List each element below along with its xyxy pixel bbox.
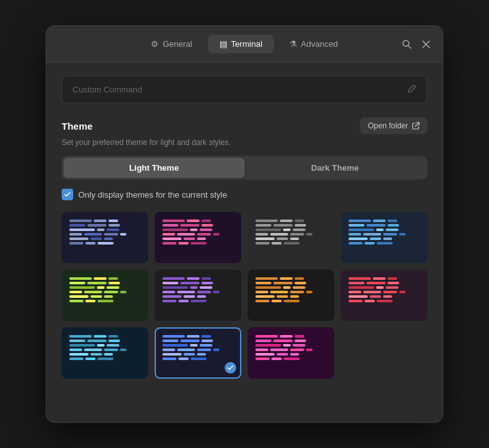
preview-segment	[295, 277, 304, 280]
preview-row	[69, 242, 141, 245]
filter-checkbox[interactable]	[62, 189, 73, 200]
close-icon	[422, 40, 430, 48]
preview-segment	[107, 286, 119, 289]
theme-card-11[interactable]	[248, 327, 334, 379]
preview-segment	[284, 358, 300, 360]
preview-row	[162, 286, 234, 289]
preview-segment	[187, 335, 200, 338]
preview-segment	[295, 224, 306, 227]
preview-row	[255, 237, 327, 240]
preview-segment	[376, 228, 384, 231]
preview-segment	[184, 237, 195, 240]
preview-row	[348, 237, 420, 240]
gear-icon: ⚙	[151, 39, 159, 49]
preview-segment	[162, 224, 178, 227]
preview-row	[255, 344, 327, 347]
preview-row	[255, 282, 327, 284]
preview-segment	[348, 282, 365, 284]
preview-segment	[213, 233, 219, 236]
search-button[interactable]	[399, 37, 415, 52]
preview-row	[162, 349, 234, 351]
preview-segment	[306, 233, 313, 236]
theme-card-8[interactable]	[341, 270, 427, 321]
light-theme-button[interactable]: Light Theme	[64, 158, 244, 178]
open-folder-button[interactable]: Open folder	[360, 117, 427, 134]
preview-segment	[376, 286, 384, 289]
preview-segment	[120, 291, 126, 293]
preview-segment	[162, 220, 185, 222]
preview-row	[255, 340, 327, 342]
preview-segment	[98, 300, 114, 302]
preview-segment	[87, 282, 107, 284]
themes-grid	[62, 212, 427, 379]
preview-row	[69, 282, 141, 284]
preview-segment	[191, 358, 207, 360]
preview-row	[348, 228, 420, 231]
theme-card-5[interactable]	[62, 270, 148, 321]
preview-segment	[348, 291, 361, 293]
preview-segment	[107, 228, 119, 231]
dark-theme-button[interactable]: Dark Theme	[244, 158, 425, 178]
preview-segment	[108, 335, 118, 338]
preview-segment	[280, 335, 293, 338]
preview-row	[348, 295, 420, 298]
preview-segment	[386, 228, 399, 231]
preview-segment	[180, 282, 200, 284]
preview-row	[348, 286, 420, 289]
preview-segment	[255, 344, 281, 347]
preview-segment	[255, 340, 271, 342]
theme-card-10[interactable]	[155, 327, 241, 379]
tab-advanced[interactable]: ⚗ Advanced	[278, 35, 350, 53]
custom-command-field[interactable]: Custom Command	[62, 76, 427, 103]
theme-card-2[interactable]	[155, 212, 241, 263]
preview-segment	[202, 340, 213, 342]
preview-row	[162, 220, 234, 222]
theme-card-3[interactable]	[248, 212, 334, 263]
preview-segment	[293, 344, 305, 347]
preview-segment	[84, 291, 102, 293]
preview-row	[255, 242, 327, 245]
preview-row	[255, 286, 327, 289]
preview-segment	[162, 228, 188, 231]
theme-card-9[interactable]	[62, 327, 148, 379]
preview-row	[162, 277, 234, 280]
preview-segment	[348, 242, 363, 245]
theme-preview	[68, 276, 142, 314]
preview-row	[162, 233, 234, 236]
preview-segment	[295, 335, 304, 338]
tab-terminal-label: Terminal	[231, 39, 262, 49]
preview-segment	[200, 344, 212, 347]
preview-segment	[255, 358, 270, 360]
preview-row	[69, 344, 141, 347]
theme-card-6[interactable]	[155, 270, 241, 321]
tab-terminal[interactable]: ▤ Terminal	[208, 35, 274, 53]
preview-segment	[277, 353, 288, 356]
preview-segment	[295, 282, 306, 284]
preview-segment	[255, 228, 281, 231]
preview-row	[162, 353, 234, 356]
preview-row	[69, 228, 141, 231]
theme-card-4[interactable]	[341, 212, 427, 263]
preview-segment	[363, 233, 381, 236]
preview-segment	[162, 282, 178, 284]
preview-segment	[270, 349, 288, 351]
theme-card-1[interactable]	[62, 212, 148, 263]
preview-segment	[162, 353, 182, 356]
close-button[interactable]	[420, 38, 433, 51]
external-link-icon	[412, 122, 420, 130]
edit-icon	[408, 84, 416, 95]
preview-segment	[348, 277, 371, 280]
theme-preview	[68, 218, 142, 257]
preview-row	[162, 344, 234, 347]
preview-segment	[373, 277, 386, 280]
tab-general[interactable]: ⚙ General	[139, 35, 203, 53]
theme-card-7[interactable]	[248, 270, 334, 321]
preview-row	[255, 277, 327, 280]
preview-segment	[255, 349, 268, 351]
preview-row	[69, 340, 141, 342]
preview-segment	[283, 286, 291, 289]
preview-segment	[348, 224, 365, 227]
preview-segment	[255, 353, 275, 356]
preview-segment	[197, 291, 211, 293]
preview-segment	[69, 286, 95, 289]
